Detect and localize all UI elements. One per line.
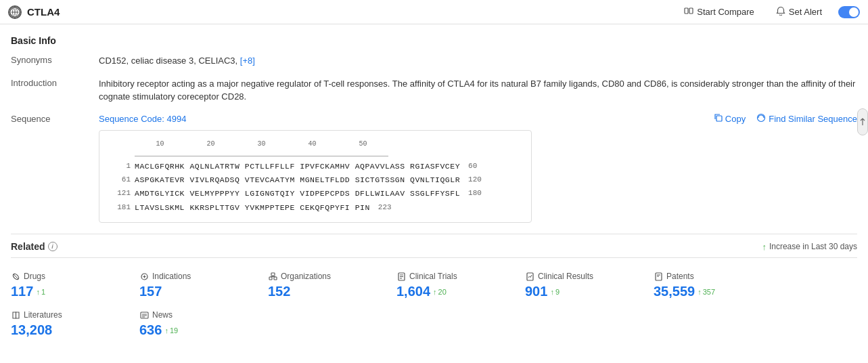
sequence-box: 10 20 30 40 50 1 MACLGFQRHK AQLNLATRTW P… bbox=[99, 130, 532, 223]
seq-end-4: 223 bbox=[378, 202, 392, 214]
clinical-results-category: Clinical Results bbox=[525, 272, 632, 281]
stat-news: News 636 ↑ 19 bbox=[139, 305, 254, 343]
seq-num-1: 1 bbox=[110, 161, 131, 173]
increase-arrow-icon: ↑ bbox=[762, 242, 767, 252]
synonyms-label: Synonyms bbox=[11, 54, 99, 65]
organizations-value[interactable]: 152 bbox=[268, 284, 290, 299]
patents-value[interactable]: 35,559 bbox=[654, 284, 695, 299]
svg-rect-22 bbox=[141, 312, 148, 318]
alert-icon bbox=[776, 6, 785, 18]
drugs-value[interactable]: 117 bbox=[11, 284, 33, 299]
introduction-label: Introduction bbox=[11, 77, 99, 88]
seq-num-4: 181 bbox=[110, 202, 131, 214]
patents-value-row: 35,559 ↑ 357 bbox=[654, 284, 760, 299]
indications-category: Indications bbox=[139, 272, 246, 281]
patents-change: ↑ 357 bbox=[698, 288, 715, 296]
related-title: Related i bbox=[11, 241, 58, 252]
related-header: Related i ↑ Increase in Last 30 days bbox=[11, 241, 857, 252]
seq-text-2: ASPGKATEVR VIVLRQADSQ VTEVCAATYM MGNELTF… bbox=[135, 174, 460, 186]
ruler-40: 40 bbox=[287, 139, 338, 150]
find-similar-icon bbox=[756, 113, 766, 125]
clinical-results-change: ↑ 9 bbox=[550, 288, 559, 296]
svg-rect-13 bbox=[274, 277, 277, 280]
sequence-label: Sequence bbox=[11, 113, 99, 223]
sequence-code-link[interactable]: Sequence Code: 4994 bbox=[99, 114, 186, 124]
introduction-text: Inhibitory receptor acting as a major ne… bbox=[99, 77, 857, 104]
related-section: Related i ↑ Increase in Last 30 days bbox=[11, 234, 857, 343]
results-icon bbox=[525, 272, 534, 281]
clinical-trials-category: Clinical Trials bbox=[396, 272, 503, 281]
header-right: Start Compare Set Alert bbox=[679, 3, 860, 20]
header-left: CTLA4 bbox=[8, 5, 60, 19]
header: CTLA4 Start Compare Set Alert bbox=[0, 0, 868, 24]
stat-drugs: Drugs 117 ↑ 1 bbox=[11, 266, 126, 305]
copy-icon bbox=[714, 113, 723, 124]
synonyms-more-link[interactable]: [+8] bbox=[240, 56, 255, 66]
news-value-row: 636 ↑ 19 bbox=[139, 322, 246, 338]
copy-button[interactable]: Copy bbox=[714, 113, 746, 124]
indications-value[interactable]: 157 bbox=[139, 284, 162, 299]
find-similar-button[interactable]: Find Similar Sequence bbox=[756, 113, 857, 125]
scroll-hint[interactable] bbox=[857, 108, 868, 135]
svg-rect-5 bbox=[689, 8, 693, 14]
trials-up-icon: ↑ bbox=[433, 288, 437, 296]
sequence-content: Sequence Code: 4994 Copy bbox=[99, 113, 857, 223]
toggle-switch[interactable] bbox=[838, 6, 860, 18]
drugs-value-row: 117 ↑ 1 bbox=[11, 284, 118, 299]
literatures-value[interactable]: 13,208 bbox=[11, 322, 52, 338]
stat-clinical-trials: Clinical Trials 1,604 ↑ 20 bbox=[396, 266, 511, 305]
literatures-icon bbox=[11, 310, 20, 320]
seq-text-3: AMDTGLYICK VELMYPPPYY LGIGNGTQIY VIDPEPC… bbox=[135, 188, 460, 200]
news-icon bbox=[139, 310, 149, 320]
clinical-results-value[interactable]: 901 bbox=[525, 284, 547, 299]
ruler-20: 20 bbox=[185, 139, 236, 150]
stat-patents: Patents 35,559 ↑ 357 bbox=[654, 266, 769, 305]
seq-line-2: 61 ASPGKATEVR VIVLRQADSQ VTEVCAATYM MGNE… bbox=[110, 174, 520, 186]
related-divider bbox=[11, 257, 857, 258]
literatures-value-row: 13,208 bbox=[11, 322, 118, 338]
clinical-trials-value[interactable]: 1,604 bbox=[396, 284, 430, 299]
clinical-trials-change: ↑ 20 bbox=[433, 288, 447, 296]
synonyms-row: Synonyms CD152, celiac disease 3, CELIAC… bbox=[11, 54, 857, 68]
seq-end-2: 120 bbox=[468, 174, 482, 186]
sequence-actions: Copy Find Similar Sequence bbox=[714, 113, 857, 125]
patents-up-icon: ↑ bbox=[698, 288, 702, 296]
sequence-lines: 1 MACLGFQRHK AQLNLATRTW PCTLLFFLLF IPVFC… bbox=[110, 161, 520, 215]
drugs-change: ↑ 1 bbox=[36, 288, 45, 296]
seq-line-1: 1 MACLGFQRHK AQLNLATRTW PCTLLFFLLF IPVFC… bbox=[110, 161, 520, 173]
svg-rect-11 bbox=[271, 273, 275, 276]
seq-text-4: LTAVSLSKML KKRSPLTTGV YVKMPPTEPE CEKQFQP… bbox=[135, 202, 370, 214]
results-up-icon: ↑ bbox=[550, 288, 554, 296]
seq-end-1: 60 bbox=[468, 161, 477, 173]
ruler-50: 50 bbox=[338, 139, 388, 150]
literatures-category: Literatures bbox=[11, 310, 118, 320]
stat-indications: Indications 157 bbox=[139, 266, 254, 305]
stat-literatures: Literatures 13,208 bbox=[11, 305, 126, 343]
stats-grid-row2: Literatures 13,208 bbox=[11, 305, 857, 343]
svg-rect-4 bbox=[685, 8, 688, 14]
start-compare-button[interactable]: Start Compare bbox=[679, 3, 760, 20]
related-info-icon[interactable]: i bbox=[48, 242, 58, 251]
news-value[interactable]: 636 bbox=[139, 322, 162, 338]
ruler-10: 10 bbox=[135, 139, 185, 150]
news-category: News bbox=[139, 310, 246, 320]
seq-num-2: 61 bbox=[110, 174, 131, 186]
trial-icon bbox=[396, 272, 406, 281]
seq-end-3: 180 bbox=[468, 188, 482, 200]
patents-category: Patents bbox=[654, 272, 760, 281]
organizations-category: Organizations bbox=[268, 272, 375, 281]
page-title: CTLA4 bbox=[27, 6, 60, 18]
seq-text-1: MACLGFQRHK AQLNLATRTW PCTLLFFLLF IPVFCKA… bbox=[135, 161, 460, 173]
main-content: Basic Info Synonyms CD152, celiac diseas… bbox=[0, 24, 868, 343]
organizations-value-row: 152 bbox=[268, 284, 375, 299]
basic-info-title: Basic Info bbox=[11, 35, 857, 46]
clinical-trials-value-row: 1,604 ↑ 20 bbox=[396, 284, 503, 299]
indications-value-row: 157 bbox=[139, 284, 246, 299]
org-icon bbox=[268, 272, 277, 281]
stats-grid-row1: Drugs 117 ↑ 1 bbox=[11, 266, 857, 305]
ruler-30: 30 bbox=[236, 139, 287, 150]
set-alert-button[interactable]: Set Alert bbox=[771, 3, 827, 20]
patents-icon bbox=[654, 272, 663, 281]
indication-icon bbox=[139, 272, 149, 281]
clinical-results-value-row: 901 ↑ 9 bbox=[525, 284, 632, 299]
